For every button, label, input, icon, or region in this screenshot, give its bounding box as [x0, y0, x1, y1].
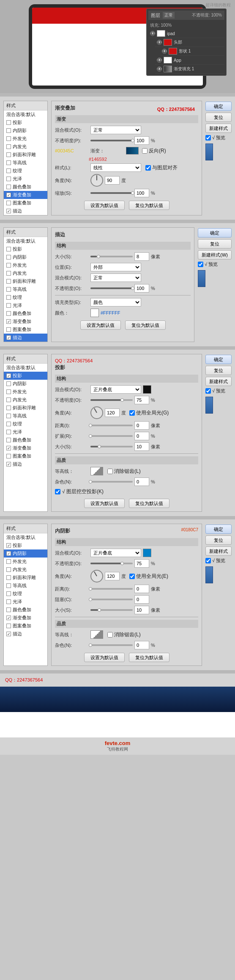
style-item-stroke-4[interactable]: 描边 [4, 630, 47, 638]
style-cb-coloroverlay-2[interactable] [6, 311, 11, 316]
style-item-bevel-1[interactable]: 斜面和浮雕 [4, 151, 47, 159]
innershadow-opacity-handle[interactable] [120, 562, 124, 565]
layer-visibility-header[interactable]: 👁 [157, 40, 162, 45]
style-item-texture-4[interactable]: 纹理 [4, 590, 47, 598]
style-item-innerglow-1[interactable]: 内发光 [4, 143, 47, 151]
gradient-swatch[interactable] [126, 147, 139, 155]
style-item-innerglow-4[interactable]: 内发光 [4, 566, 47, 574]
style-cb-shadow-3[interactable] [6, 373, 11, 378]
innershadow-angle-input[interactable] [105, 572, 120, 580]
angle-dial-1[interactable] [90, 174, 103, 187]
style-cb-coloroverlay-1[interactable] [6, 185, 11, 189]
style-item-contour-2[interactable]: 等高线 [4, 285, 47, 293]
style-cb-texture-4[interactable] [6, 591, 11, 596]
shadow-distance-handle[interactable] [89, 424, 92, 427]
style-cb-texture-1[interactable] [6, 168, 11, 173]
style-item-texture-1[interactable]: 纹理 [4, 167, 47, 175]
innershadow-globallight-cb[interactable] [129, 574, 135, 579]
style-cb-gradientoverlay-4[interactable] [6, 616, 11, 620]
style-cb-shadow-2[interactable] [6, 247, 11, 251]
style-cb-stroke-1[interactable] [6, 209, 11, 213]
style-cb-innerglow-1[interactable] [6, 144, 11, 149]
style-cb-bevel-2[interactable] [6, 279, 11, 284]
shadow-noise-slider[interactable] [90, 481, 133, 483]
style-cb-stroke-2[interactable] [6, 335, 11, 340]
style-cb-gradientoverlay-2[interactable] [6, 319, 11, 324]
style-cb-gloss-1[interactable] [6, 177, 11, 181]
style-cb-contour-3[interactable] [6, 414, 11, 418]
preview-cb-3[interactable] [205, 388, 211, 394]
style-cb-gloss-2[interactable] [6, 303, 11, 308]
style-cb-outerglow-4[interactable] [6, 559, 11, 564]
reset-btn-3[interactable]: 复位为默认值 [129, 499, 169, 508]
layer-shadow-cb[interactable] [55, 489, 60, 494]
style-cb-outerglow-3[interactable] [6, 389, 11, 394]
preview-label-2[interactable]: √ 预览 [198, 261, 232, 268]
style-item-stroke-3[interactable]: 描边 [4, 460, 47, 468]
default-btn-2[interactable]: 设置为默认值 [80, 320, 121, 330]
style-item-gloss-2[interactable]: 光泽 [4, 301, 47, 309]
style-cb-stroke-3[interactable] [6, 462, 11, 467]
shadow-angle-input[interactable] [105, 409, 120, 417]
style-cb-innershadow-1[interactable] [6, 128, 11, 133]
layer-row-shape1[interactable]: 👁 形状 1 [160, 47, 224, 56]
style-item-pattern-3[interactable]: 图案叠加 [4, 452, 47, 460]
style-list-blend-4[interactable]: 混合选项:默认 [4, 533, 47, 541]
confirm-btn-1[interactable]: 确定 [205, 102, 232, 111]
style-item-pattern-4[interactable]: 图案叠加 [4, 622, 47, 630]
preview-cb-2[interactable] [198, 262, 203, 267]
style-item-stroke-1[interactable]: 描边 [4, 207, 47, 215]
style-cb-gradientoverlay-3[interactable] [6, 446, 11, 450]
style-cb-innerglow-3[interactable] [6, 398, 11, 402]
innershadow-distance-input[interactable] [134, 585, 149, 593]
innershadow-distance-handle[interactable] [89, 587, 92, 591]
reset-btn-1[interactable]: 复位为默认值 [129, 201, 169, 210]
scale-handle-1[interactable] [131, 191, 134, 195]
stroke-opacity-input[interactable] [134, 284, 149, 293]
reset-btn-2[interactable]: 复位为默认值 [125, 320, 166, 330]
style-item-innerglow-3[interactable]: 内发光 [4, 396, 47, 404]
style-cb-shadow-1[interactable] [6, 120, 11, 125]
blend-mode-select-1[interactable]: 正常 [90, 126, 141, 134]
style-item-bevel-4[interactable]: 斜面和浮雕 [4, 574, 47, 582]
style-item-outerglow-1[interactable]: 外发光 [4, 135, 47, 143]
innershadow-opacity-input[interactable] [134, 559, 149, 568]
style-item-bevel-3[interactable]: 斜面和浮雕 [4, 404, 47, 412]
confirm-btn-2[interactable]: 确定 [198, 228, 232, 237]
innershadow-noise-slider[interactable] [90, 644, 133, 646]
shadow-noise-handle[interactable] [89, 480, 92, 483]
innershadow-choke-slider[interactable] [90, 599, 133, 600]
new-style-btn-3[interactable]: 新建样式 [205, 377, 232, 386]
layer-visibility-app[interactable]: 👁 [157, 58, 162, 63]
style-cb-contour-1[interactable] [6, 160, 11, 165]
cancel-btn-4[interactable]: 复位 [205, 536, 232, 545]
style-cb-innerglow-2[interactable] [6, 271, 11, 276]
style-list-blend-1[interactable]: 混合选项:默认 [4, 110, 47, 119]
style-cb-contour-4[interactable] [6, 583, 11, 588]
shadow-angle-dial[interactable] [90, 406, 103, 419]
confirm-btn-3[interactable]: 确定 [205, 355, 232, 364]
style-cb-innershadow-2[interactable] [6, 255, 11, 259]
style-item-outerglow-2[interactable]: 外发光 [4, 261, 47, 269]
layer-visibility-shape1[interactable]: 👁 [162, 49, 167, 54]
layer-visibility-gradient[interactable]: 👁 [157, 66, 162, 72]
style-cb-bevel-1[interactable] [6, 152, 11, 157]
preview-label-1[interactable]: √ 预览 [205, 135, 232, 141]
preview-label-4[interactable]: √ 预览 [205, 558, 232, 564]
style-cb-pattern-4[interactable] [6, 624, 11, 628]
stroke-position-select[interactable]: 外部 [90, 263, 141, 271]
style-item-gradientoverlay-4[interactable]: 渐变叠加 [4, 614, 47, 622]
preview-label-3[interactable]: √ 预览 [205, 388, 232, 394]
stroke-blend-select[interactable]: 正常 [90, 273, 141, 282]
style-cb-outerglow-1[interactable] [6, 136, 11, 141]
style-cb-bevel-3[interactable] [6, 406, 11, 410]
layer-row-header[interactable]: 👁 头部 [155, 38, 224, 47]
innershadow-choke-input[interactable] [134, 595, 149, 604]
style-item-shadow-2[interactable]: 投影 [4, 245, 47, 253]
style-item-gloss-3[interactable]: 光泽 [4, 428, 47, 436]
style-cb-innerglow-4[interactable] [6, 567, 11, 572]
new-style-btn-4[interactable]: 新建样式 [205, 547, 232, 556]
style-cb-shadow-4[interactable] [6, 543, 11, 548]
stroke-opacity-slider[interactable] [90, 287, 133, 289]
style-select-1[interactable]: 线性 [90, 163, 141, 172]
